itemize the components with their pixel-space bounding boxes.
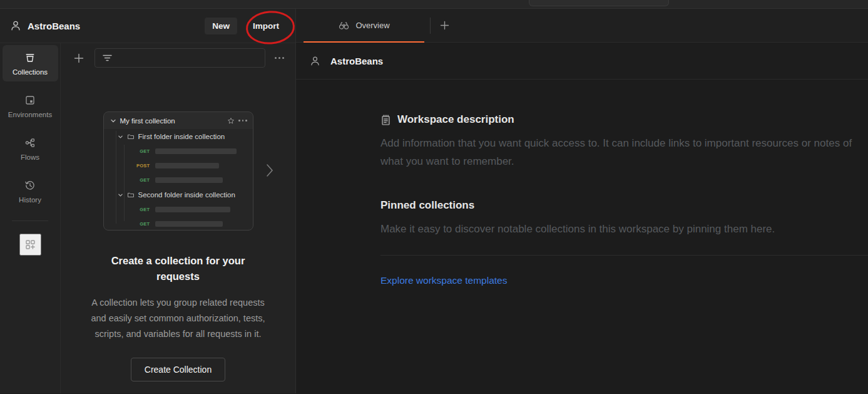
skeleton-bar: [155, 221, 223, 227]
example-folder-row: First folder inside collection: [104, 129, 253, 144]
workspace-description-placeholder: Add information that you want quick acce…: [380, 135, 868, 170]
import-button[interactable]: Import: [245, 18, 287, 34]
sidebar-divider: [12, 220, 48, 221]
example-request-row: GET: [104, 202, 253, 217]
collections-more-button[interactable]: [273, 56, 285, 60]
explore-templates-link[interactable]: Explore workspace templates: [380, 275, 507, 286]
sidebar-item-environments[interactable]: Environments: [3, 88, 58, 124]
add-collection-button[interactable]: [71, 51, 86, 66]
overview-workspace-header: AstroBeans: [296, 43, 868, 80]
plus-icon: [73, 52, 85, 65]
new-tab-button[interactable]: [431, 9, 458, 42]
example-request-row: POST: [104, 158, 253, 173]
sidebar-item-label: History: [19, 196, 41, 204]
content-divider: [380, 255, 868, 256]
overview-content: Workspace description Add information th…: [296, 80, 868, 393]
tab-label: Overview: [355, 21, 389, 30]
method-label: GET: [133, 207, 150, 212]
grid-plus-icon: [24, 239, 36, 251]
carousel-next-button[interactable]: [265, 163, 275, 177]
method-label: GET: [133, 221, 150, 227]
tab-overview[interactable]: Overview: [304, 9, 424, 42]
collections-panel: My first collection First folder inside …: [61, 43, 295, 393]
example-folder-row: Second folder inside collection: [104, 187, 253, 202]
empty-state-title: Create a collection for your requests: [98, 253, 258, 284]
plus-icon: [439, 20, 450, 31]
collections-filter-box[interactable]: [94, 48, 265, 68]
new-button[interactable]: New: [205, 18, 237, 34]
chevron-down-icon: [118, 134, 123, 140]
window-top-strip: [0, 0, 868, 9]
example-folder-name: First folder inside collection: [138, 133, 225, 140]
left-pane: AstroBeans New Import Collections: [0, 9, 296, 393]
sidebar-item-flows[interactable]: Flows: [3, 130, 58, 167]
overview-workspace-title: AstroBeans: [330, 56, 383, 66]
sidebar-item-collections[interactable]: Collections: [3, 45, 58, 81]
section-heading-label: Pinned collections: [380, 199, 474, 212]
collection-example-card: My first collection First folder inside …: [103, 111, 253, 231]
create-collection-button[interactable]: Create Collection: [131, 358, 225, 381]
folder-icon: [127, 133, 135, 140]
pinned-collections-placeholder: Make it easy to discover notable collect…: [380, 220, 868, 239]
example-collection-name: My first collection: [120, 117, 224, 125]
environment-icon: [24, 95, 36, 106]
collections-filter-input[interactable]: [118, 54, 265, 63]
skeleton-bar: [155, 207, 230, 212]
global-search-bar[interactable]: [529, 0, 669, 6]
example-request-row: GET: [104, 173, 253, 187]
sidebar-item-history[interactable]: History: [3, 173, 58, 209]
workspace-header: AstroBeans New Import: [0, 9, 295, 43]
history-icon: [24, 180, 36, 191]
sidebar-item-label: Collections: [13, 68, 48, 76]
more-dots-icon: [275, 57, 284, 59]
collections-toolbar: [61, 43, 295, 68]
collection-icon: [24, 52, 36, 63]
example-collection-row: My first collection: [104, 112, 253, 129]
sidebar-item-label: Flows: [21, 153, 39, 161]
collection-illustration: My first collection First folder inside …: [61, 111, 295, 231]
chevron-down-icon: [110, 118, 116, 124]
empty-state-description: A collection lets you group related requ…: [89, 295, 267, 342]
skeleton-bar: [155, 177, 223, 183]
pinned-collections-heading: Pinned collections: [380, 199, 868, 212]
chevron-right-icon: [265, 163, 275, 177]
workspace-name: AstroBeans: [28, 21, 80, 31]
example-folder-name: Second folder inside collection: [138, 191, 235, 199]
method-label: GET: [133, 177, 150, 183]
filter-icon: [102, 53, 113, 63]
person-icon: [10, 20, 21, 31]
flows-icon: [24, 137, 36, 148]
sidebar-item-label: Environments: [8, 111, 52, 118]
sidebar: Collections Environments: [0, 43, 61, 393]
skeleton-bar: [155, 148, 237, 154]
method-label: GET: [133, 148, 150, 154]
more-dots-icon: [238, 120, 247, 122]
star-icon: [227, 117, 235, 125]
example-request-row: GET: [104, 144, 253, 158]
main-pane: Overview AstroBeans: [296, 9, 868, 393]
chevron-down-icon: [118, 192, 123, 198]
workspace-description-heading: Workspace description: [380, 113, 868, 126]
person-icon: [310, 56, 320, 66]
section-heading-label: Workspace description: [397, 113, 514, 126]
folder-icon: [127, 191, 135, 199]
binoculars-icon: [338, 19, 350, 31]
tab-bar: Overview: [296, 9, 868, 43]
skeleton-bar: [155, 163, 219, 168]
method-label: POST: [133, 163, 150, 168]
example-request-row: GET: [104, 217, 253, 231]
configure-sidebar-button[interactable]: [19, 234, 41, 256]
notepad-icon: [380, 114, 391, 126]
